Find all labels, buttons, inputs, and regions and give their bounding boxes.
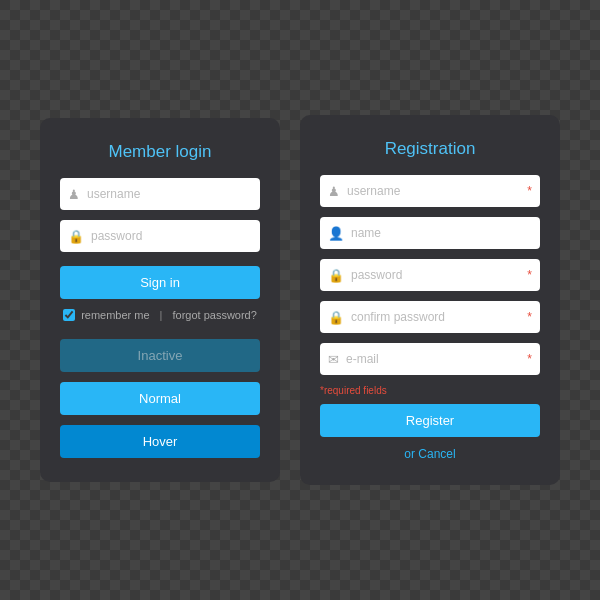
login-password-wrapper: 🔒 xyxy=(60,220,260,252)
remember-label: remember me xyxy=(81,309,149,321)
registration-panel: Registration ♟ * 👤 🔒 * 🔒 * ✉ * xyxy=(300,115,560,485)
normal-button[interactable]: Normal xyxy=(60,382,260,415)
login-username-input[interactable] xyxy=(87,187,252,201)
reg-lock-icon: 🔒 xyxy=(328,268,344,283)
reg-password-input[interactable] xyxy=(351,268,527,282)
registration-title: Registration xyxy=(320,139,540,159)
reg-password-wrapper: 🔒 * xyxy=(320,259,540,291)
forgot-password-link[interactable]: forgot password? xyxy=(172,309,256,321)
login-panel: Member login ♟ 🔒 Sign in remember me | f… xyxy=(40,118,280,482)
reg-username-wrapper: ♟ * xyxy=(320,175,540,207)
reg-username-input[interactable] xyxy=(347,184,527,198)
reg-confirm-lock-icon: 🔒 xyxy=(328,310,344,325)
reg-email-input[interactable] xyxy=(346,352,527,366)
button-states: Inactive Normal Hover xyxy=(60,339,260,458)
login-title: Member login xyxy=(60,142,260,162)
reg-user-icon: ♟ xyxy=(328,184,340,199)
login-password-input[interactable] xyxy=(91,229,252,243)
email-required-star: * xyxy=(527,352,532,366)
reg-confirm-field: 🔒 * xyxy=(320,301,540,333)
user-icon: ♟ xyxy=(68,187,80,202)
required-note: *required fields xyxy=(320,385,540,396)
reg-name-input[interactable] xyxy=(351,226,532,240)
login-password-field: 🔒 xyxy=(60,220,260,252)
reg-confirm-input[interactable] xyxy=(351,310,527,324)
reg-email-wrapper: ✉ * xyxy=(320,343,540,375)
cancel-link[interactable]: or Cancel xyxy=(320,447,540,461)
remember-checkbox[interactable] xyxy=(63,309,75,321)
reg-name-field: 👤 xyxy=(320,217,540,249)
confirm-required-star: * xyxy=(527,310,532,324)
register-button[interactable]: Register xyxy=(320,404,540,437)
reg-username-field: ♟ * xyxy=(320,175,540,207)
reg-password-field: 🔒 * xyxy=(320,259,540,291)
password-required-star: * xyxy=(527,268,532,282)
reg-email-icon: ✉ xyxy=(328,352,339,367)
separator: | xyxy=(160,309,163,321)
reg-name-wrapper: 👤 xyxy=(320,217,540,249)
login-username-wrapper: ♟ xyxy=(60,178,260,210)
inactive-button[interactable]: Inactive xyxy=(60,339,260,372)
signin-button[interactable]: Sign in xyxy=(60,266,260,299)
reg-email-field: ✉ * xyxy=(320,343,540,375)
username-required-star: * xyxy=(527,184,532,198)
reg-confirm-wrapper: 🔒 * xyxy=(320,301,540,333)
lock-icon: 🔒 xyxy=(68,229,84,244)
login-username-field: ♟ xyxy=(60,178,260,210)
reg-name-icon: 👤 xyxy=(328,226,344,241)
hover-button[interactable]: Hover xyxy=(60,425,260,458)
remember-row: remember me | forgot password? xyxy=(60,309,260,321)
